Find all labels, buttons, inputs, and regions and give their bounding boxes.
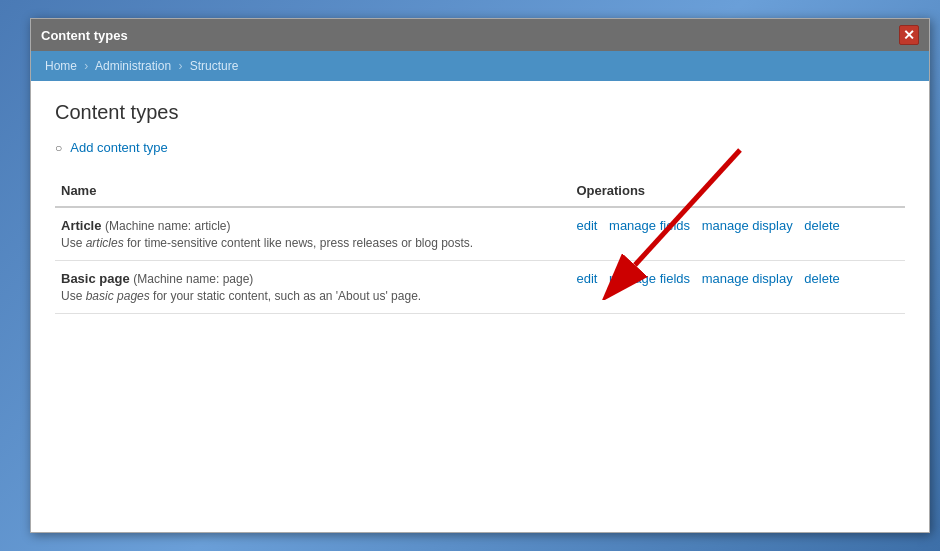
breadcrumb: Home › Administration › Structure: [31, 51, 929, 81]
breadcrumb-home-link[interactable]: Home: [45, 59, 77, 73]
modal-titlebar: Content types ✕: [31, 19, 929, 51]
basicpage-desc-suffix: for your static content, such as an 'Abo…: [150, 289, 421, 303]
basicpage-desc-prefix: Use: [61, 289, 86, 303]
basicpage-delete-link[interactable]: delete: [804, 271, 839, 286]
table-header-name: Name: [55, 175, 570, 207]
basicpage-manage-fields-link[interactable]: manage fields: [609, 271, 690, 286]
article-delete-link[interactable]: delete: [804, 218, 839, 233]
article-name-cell: Article (Machine name: article) Use arti…: [55, 207, 570, 261]
article-description: Use articles for time-sensitive content …: [61, 236, 564, 250]
modal-content: Content types ○ Add content type Name Op…: [31, 81, 929, 532]
article-operations-cell: edit manage fields manage display delete: [570, 207, 905, 261]
article-manage-fields-link[interactable]: manage fields: [609, 218, 690, 233]
basicpage-machine-name: (Machine name: page): [133, 272, 253, 286]
article-machine-name: (Machine name: article): [105, 219, 230, 233]
basicpage-name-cell: Basic page (Machine name: page) Use basi…: [55, 261, 570, 314]
add-content-type-link[interactable]: Add content type: [70, 140, 168, 155]
basicpage-name: Basic page: [61, 271, 130, 286]
modal-dialog: Content types ✕ Home › Administration › …: [30, 18, 930, 533]
article-desc-prefix: Use: [61, 236, 86, 250]
modal-title: Content types: [41, 28, 128, 43]
table-row: Article (Machine name: article) Use arti…: [55, 207, 905, 261]
content-types-table: Name Operations Article (Machine name: a…: [55, 175, 905, 314]
article-desc-italic: articles: [86, 236, 124, 250]
basicpage-operations-cell: edit manage fields manage display delete: [570, 261, 905, 314]
article-name: Article: [61, 218, 101, 233]
breadcrumb-administration-link[interactable]: Administration: [95, 59, 171, 73]
page-title: Content types: [55, 101, 905, 124]
breadcrumb-separator-2: ›: [178, 59, 182, 73]
breadcrumb-separator-1: ›: [84, 59, 88, 73]
modal-close-button[interactable]: ✕: [899, 25, 919, 45]
basicpage-edit-link[interactable]: edit: [576, 271, 597, 286]
article-desc-suffix: for time-sensitive content like news, pr…: [124, 236, 474, 250]
table-row: Basic page (Machine name: page) Use basi…: [55, 261, 905, 314]
breadcrumb-current: Structure: [190, 59, 239, 73]
article-manage-display-link[interactable]: manage display: [702, 218, 793, 233]
table-header-operations: Operations: [570, 175, 905, 207]
basicpage-manage-display-link[interactable]: manage display: [702, 271, 793, 286]
add-link-bullet: ○: [55, 141, 62, 155]
basicpage-desc-italic: basic pages: [86, 289, 150, 303]
basicpage-description: Use basic pages for your static content,…: [61, 289, 564, 303]
table-header-row: Name Operations: [55, 175, 905, 207]
add-content-type-row: ○ Add content type: [55, 140, 905, 155]
article-edit-link[interactable]: edit: [576, 218, 597, 233]
